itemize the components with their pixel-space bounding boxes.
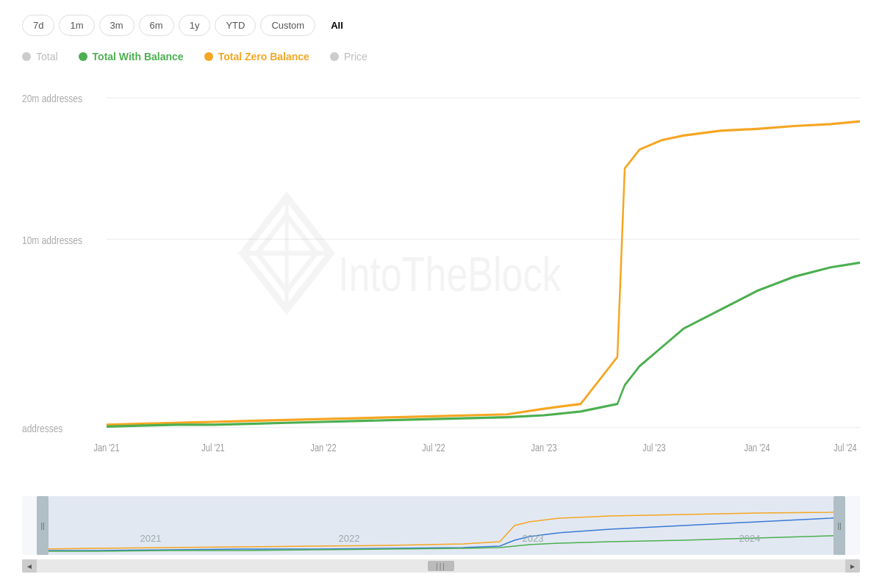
time-btn-all[interactable]: All <box>320 15 354 36</box>
main-chart: 20m addresses 10m addresses addresses In… <box>22 74 860 489</box>
svg-text:2021: 2021 <box>140 533 162 544</box>
time-btn-6m[interactable]: 6m <box>139 15 174 36</box>
navigator[interactable]: || || 2021 2022 2023 2024 ◄ ||| ► <box>22 496 860 573</box>
scrollbar-track[interactable]: ||| <box>37 559 845 573</box>
svg-text:IntoTheBlock: IntoTheBlock <box>338 247 562 302</box>
time-btn-1m[interactable]: 1m <box>59 15 94 36</box>
svg-text:||: || <box>837 522 841 530</box>
legend-dot <box>330 52 339 61</box>
legend: TotalTotal With BalanceTotal Zero Balanc… <box>22 51 860 62</box>
legend-item-total-with-balance[interactable]: Total With Balance <box>79 51 184 62</box>
scrollbar-left-arrow[interactable]: ◄ <box>22 559 37 573</box>
svg-text:Jul '21: Jul '21 <box>201 442 224 453</box>
svg-text:Jan '22: Jan '22 <box>310 442 336 453</box>
svg-text:2022: 2022 <box>339 533 360 544</box>
legend-label: Total Zero Balance <box>218 51 309 62</box>
svg-text:Jan '21: Jan '21 <box>93 442 119 453</box>
svg-text:20m addresses: 20m addresses <box>22 93 82 105</box>
svg-text:Jan '23: Jan '23 <box>531 442 556 453</box>
time-btn-3m[interactable]: 3m <box>99 15 135 36</box>
legend-dot <box>79 52 87 61</box>
legend-dot <box>204 52 213 61</box>
legend-item-price[interactable]: Price <box>330 51 368 62</box>
time-range-buttons: 7d1m3m6m1yYTDCustomAll <box>22 15 860 36</box>
svg-text:Jul '22: Jul '22 <box>422 442 445 453</box>
svg-text:10m addresses: 10m addresses <box>22 234 82 246</box>
svg-rect-20 <box>37 496 845 555</box>
legend-item-total[interactable]: Total <box>22 51 58 62</box>
svg-text:addresses: addresses <box>22 423 62 435</box>
time-btn-custom[interactable]: Custom <box>260 15 315 36</box>
svg-text:||: || <box>40 522 44 530</box>
svg-text:2024: 2024 <box>739 533 761 544</box>
main-container: 7d1m3m6m1yYTDCustomAll TotalTotal With B… <box>0 0 882 588</box>
legend-label: Total <box>36 51 58 62</box>
scrollbar-handle[interactable]: ||| <box>428 561 454 571</box>
time-btn-ytd[interactable]: YTD <box>215 15 256 36</box>
legend-item-total-zero-balance[interactable]: Total Zero Balance <box>204 51 309 62</box>
time-btn-1y[interactable]: 1y <box>179 15 211 36</box>
scrollbar-right-arrow[interactable]: ► <box>845 559 860 573</box>
navigator-svg: || || 2021 2022 2023 2024 <box>22 496 860 555</box>
chart-area: 20m addresses 10m addresses addresses In… <box>22 74 860 573</box>
svg-text:Jul '23: Jul '23 <box>642 442 665 453</box>
time-btn-7d[interactable]: 7d <box>22 15 54 36</box>
legend-label: Price <box>344 51 368 62</box>
legend-dot <box>22 52 31 61</box>
main-chart-svg: 20m addresses 10m addresses addresses In… <box>22 74 860 489</box>
svg-text:Jul '24: Jul '24 <box>833 442 856 453</box>
svg-text:Jan '24: Jan '24 <box>744 442 770 453</box>
legend-label: Total With Balance <box>93 51 184 62</box>
svg-text:2023: 2023 <box>523 533 544 544</box>
